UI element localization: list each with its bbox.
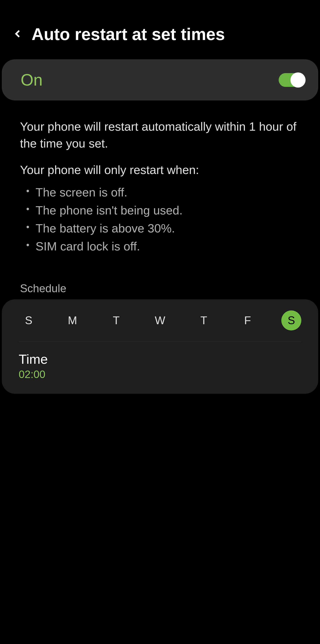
toggle-knob [290, 72, 306, 88]
schedule-section-label: Schedule [20, 282, 320, 295]
day-friday[interactable]: F [238, 310, 258, 330]
conditions-list: The screen is off. The phone isn't being… [20, 183, 300, 255]
day-tuesday[interactable]: T [106, 310, 126, 330]
page-title: Auto restart at set times [32, 24, 225, 44]
days-row: S M T W T F S [19, 310, 301, 342]
conditions-intro: Your phone will only restart when: [20, 163, 300, 177]
day-wednesday[interactable]: W [150, 310, 170, 330]
day-monday[interactable]: M [62, 310, 82, 330]
description-section: Your phone will restart automatically wi… [0, 100, 320, 262]
header: Auto restart at set times [0, 0, 320, 55]
toggle-label: On [21, 70, 43, 89]
condition-item: The phone isn't being used. [36, 201, 300, 219]
time-row[interactable]: Time 02:00 [19, 342, 301, 380]
description-main: Your phone will restart automatically wi… [20, 118, 300, 152]
condition-item: The screen is off. [36, 183, 300, 201]
condition-item: SIM card lock is off. [36, 237, 300, 255]
condition-item: The battery is above 30%. [36, 219, 300, 237]
day-saturday[interactable]: S [281, 310, 301, 330]
schedule-card: S M T W T F S Time 02:00 [2, 299, 318, 394]
time-label: Time [19, 352, 301, 367]
back-icon[interactable] [13, 29, 23, 39]
day-sunday[interactable]: S [19, 310, 39, 330]
time-value: 02:00 [19, 368, 301, 380]
day-thursday[interactable]: T [194, 310, 214, 330]
master-toggle-card[interactable]: On [2, 59, 318, 100]
toggle-switch[interactable] [279, 73, 305, 87]
